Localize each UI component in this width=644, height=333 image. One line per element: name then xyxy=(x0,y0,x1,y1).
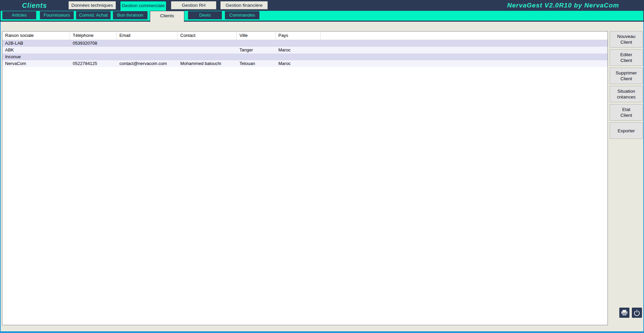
tab-gestion-financiere[interactable]: Gestion financière xyxy=(220,1,268,9)
tab-gestion-commerciale[interactable]: Gestion commerciale xyxy=(120,1,166,11)
table-row[interactable]: Inconue xyxy=(2,53,607,60)
cell-ville: Tanger xyxy=(237,47,276,53)
supprimer-client-button[interactable]: Supprimer Client xyxy=(610,68,643,84)
cell-telephone xyxy=(70,47,117,53)
printer-icon xyxy=(621,309,628,316)
power-icon xyxy=(633,309,641,316)
column-header-raison-sociale[interactable]: Raison sociale xyxy=(2,31,70,40)
tab-gestion-rh[interactable]: Gestion RH xyxy=(171,1,216,9)
title-bar: Clients Données techniques Gestion comme… xyxy=(0,0,644,11)
cell-email xyxy=(117,53,178,60)
cell-ville xyxy=(237,40,276,47)
cell-raison-sociale: ABK xyxy=(2,47,70,53)
cell-raison-sociale: Inconue xyxy=(2,53,70,60)
exporter-button[interactable]: Exporter xyxy=(610,123,643,139)
table-header-row: Raison sociale Téléphone Email Contact V… xyxy=(2,31,607,40)
window-border xyxy=(0,11,1,22)
column-header-ville[interactable]: Ville xyxy=(237,31,276,40)
cell-raison-sociale: A2B-LAB xyxy=(2,40,70,47)
cell-telephone: 0522784125 xyxy=(70,60,117,67)
window-border xyxy=(0,331,644,333)
cell-pays xyxy=(276,40,321,47)
cell-ville xyxy=(237,53,276,60)
cell-email xyxy=(117,47,178,53)
tab-clients[interactable]: Clients xyxy=(150,11,184,22)
nouveau-client-button[interactable]: Nouveau Client xyxy=(610,31,643,47)
cell-ville: Tetouan xyxy=(237,60,276,67)
window-border xyxy=(0,22,1,333)
editer-client-button[interactable]: Editer Client xyxy=(610,49,643,66)
app-window: Clients Données techniques Gestion comme… xyxy=(0,0,644,333)
cell-telephone xyxy=(70,53,117,60)
cell-contact: Mohammed balouchi xyxy=(178,60,237,67)
tab-commandes[interactable]: Commandes xyxy=(225,11,259,19)
page-title: Clients xyxy=(14,1,55,10)
situation-creances-button[interactable]: Situation créances xyxy=(610,86,643,102)
cell-email: contact@nervacom.com xyxy=(117,60,178,67)
table-row[interactable]: NervaCom 0522784125 contact@nervacom.com… xyxy=(2,60,607,67)
tab-bon-livraison[interactable]: Bon livraison xyxy=(113,11,147,19)
table-row[interactable]: A2B-LAB 0539320708 xyxy=(2,40,607,47)
sub-tab-strip-divider xyxy=(0,21,644,22)
cell-email xyxy=(117,40,178,47)
cell-contact xyxy=(178,40,237,47)
print-button[interactable] xyxy=(619,308,629,318)
tab-fournisseurs[interactable]: Fournisseurs xyxy=(40,11,74,19)
tab-comnd-achat[interactable]: Comnd. Achat xyxy=(76,11,111,19)
cell-pays: Maroc xyxy=(276,60,321,67)
table-row[interactable]: ABK Tanger Maroc xyxy=(2,47,607,53)
column-header-empty xyxy=(321,31,607,40)
column-header-contact[interactable]: Contact xyxy=(178,31,237,40)
tab-devis[interactable]: Devis xyxy=(188,11,222,19)
tab-donnees-techniques[interactable]: Données techniques xyxy=(68,1,116,9)
app-brand: NervaGest V2.0R10 by NervaCom xyxy=(490,1,636,10)
etat-client-button[interactable]: Etat Client xyxy=(610,104,643,120)
cell-pays xyxy=(276,53,321,60)
column-header-email[interactable]: Email xyxy=(117,31,178,40)
exit-button[interactable] xyxy=(632,308,642,318)
column-header-telephone[interactable]: Téléphone xyxy=(70,31,117,40)
cell-contact xyxy=(178,53,237,60)
column-header-pays[interactable]: Pays xyxy=(276,31,321,40)
cell-telephone: 0539320708 xyxy=(70,40,117,47)
clients-table: Raison sociale Téléphone Email Contact V… xyxy=(2,31,608,325)
cell-raison-sociale: NervaCom xyxy=(2,60,70,67)
tab-articles[interactable]: Articles xyxy=(2,11,36,19)
cell-contact xyxy=(178,47,237,53)
cell-pays: Maroc xyxy=(276,47,321,53)
